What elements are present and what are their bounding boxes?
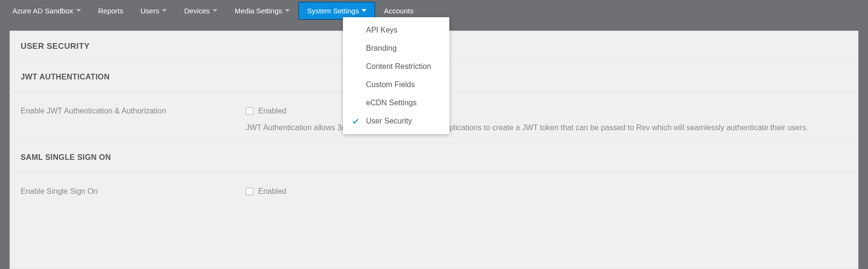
nav-label: Reports bbox=[98, 7, 124, 15]
dropdown-label: Branding bbox=[366, 44, 397, 52]
caret-down-icon bbox=[162, 9, 167, 12]
saml-enabled-checkbox[interactable] bbox=[246, 188, 253, 195]
dropdown-item-ecdn-settings[interactable]: eCDN Settings bbox=[343, 94, 449, 112]
field-label: Enable JWT Authentication & Authorizatio… bbox=[21, 107, 246, 115]
nav-label: Media Settings bbox=[235, 7, 282, 15]
dropdown-label: API Keys bbox=[366, 26, 398, 34]
nav-users[interactable]: Users bbox=[132, 2, 175, 20]
nav-azure-ad-sandbox[interactable]: Azure AD Sandbox bbox=[4, 2, 90, 20]
nav-accounts[interactable]: Accounts bbox=[375, 2, 422, 20]
caret-down-icon bbox=[76, 9, 81, 12]
nav-system-settings[interactable]: System Settings bbox=[298, 2, 375, 20]
dropdown-item-user-security[interactable]: User Security bbox=[343, 112, 449, 130]
dropdown-item-custom-fields[interactable]: Custom Fields bbox=[343, 76, 449, 94]
nav-label: Devices bbox=[184, 7, 209, 15]
dropdown-item-branding[interactable]: Branding bbox=[343, 39, 449, 57]
caret-down-icon bbox=[285, 9, 290, 12]
system-settings-dropdown: API Keys Branding Content Restriction Cu… bbox=[343, 17, 449, 134]
nav-label: Azure AD Sandbox bbox=[12, 7, 73, 15]
dropdown-label: Content Restriction bbox=[366, 62, 431, 70]
checkbox-wrap: Enabled bbox=[246, 107, 847, 115]
nav-label: System Settings bbox=[307, 7, 359, 15]
nav-label: Users bbox=[140, 7, 159, 15]
dropdown-item-api-keys[interactable]: API Keys bbox=[343, 21, 449, 39]
checkbox-wrap: Enabled bbox=[246, 187, 847, 196]
caret-down-icon bbox=[362, 9, 366, 12]
saml-section-header: SAML SINGLE SIGN ON bbox=[10, 143, 858, 173]
nav-reports[interactable]: Reports bbox=[90, 2, 132, 20]
caret-down-icon bbox=[213, 9, 217, 12]
field-control: Enabled JWT Authentication allows 3rd pa… bbox=[246, 107, 847, 134]
dropdown-label: Custom Fields bbox=[366, 80, 415, 89]
dropdown-label: User Security bbox=[366, 117, 412, 125]
jwt-enabled-checkbox[interactable] bbox=[246, 107, 253, 115]
dropdown-label: eCDN Settings bbox=[366, 99, 417, 107]
nav-media-settings[interactable]: Media Settings bbox=[226, 2, 298, 20]
field-label: Enable Single Sign On bbox=[21, 187, 246, 196]
field-control: Enabled bbox=[246, 187, 847, 202]
checkbox-label: Enabled bbox=[258, 107, 286, 115]
checkbox-label: Enabled bbox=[258, 187, 286, 196]
check-icon bbox=[352, 117, 359, 125]
dropdown-item-content-restriction[interactable]: Content Restriction bbox=[343, 57, 449, 76]
help-text: JWT Authentication allows 3rd party deve… bbox=[246, 122, 840, 134]
nav-devices[interactable]: Devices bbox=[175, 2, 226, 20]
nav-label: Accounts bbox=[384, 7, 413, 15]
saml-enable-row: Enable Single Sign On Enabled bbox=[10, 173, 858, 211]
section-title: SAML SINGLE SIGN ON bbox=[21, 153, 847, 162]
